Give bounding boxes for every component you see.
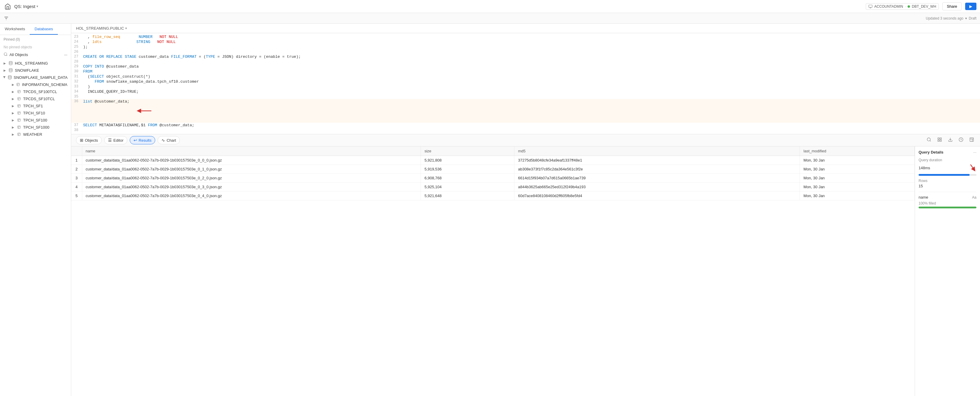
row-num-cell: 4 <box>71 182 82 192</box>
schema-icon <box>17 96 21 101</box>
col-header-name[interactable]: name <box>82 146 421 156</box>
col-header-md5[interactable]: md5 <box>514 146 800 156</box>
results-button[interactable]: ↩ Results <box>130 136 155 144</box>
sidebar-item-weather[interactable]: ▶ WEATHER <box>8 131 71 138</box>
query-details-panel: Query Details ··· Query duration 148ms <box>915 146 980 396</box>
svg-rect-26 <box>970 138 974 141</box>
code-line-33: 33 ) <box>71 84 980 89</box>
svg-line-29 <box>970 165 974 169</box>
sidebar-item-hol-streaming[interactable]: ▶ HOL_STREAMING <box>0 60 71 67</box>
filter-icon[interactable] <box>3 16 9 21</box>
updated-dropdown-icon[interactable]: ▾ <box>965 16 967 21</box>
code-line-24: 24 , ldts STRING NOT NULL <box>71 40 980 44</box>
cell-name: customer_data/data_01aa0062-0502-7a7b-00… <box>82 192 421 200</box>
search-toolbar-icon[interactable] <box>925 136 932 144</box>
sidebar-item-tpch-sf10[interactable]: ▶ TPCH_SF10 <box>8 109 71 117</box>
clock-toolbar-icon[interactable] <box>958 136 964 144</box>
second-bar: Updated 3 seconds ago ▾ Draft <box>0 13 980 24</box>
svg-point-4 <box>4 53 7 55</box>
query-details-header: Query Details ··· <box>919 150 977 154</box>
code-line-25: 25 ); <box>71 44 980 49</box>
top-bar-left: QS: Ingest ▾ <box>3 2 38 11</box>
sidebar-item-information-schema[interactable]: ▶ INFORMATION_SCHEMA <box>8 81 71 88</box>
result-toolbar-right <box>925 136 975 144</box>
cell-size: 5,921,808 <box>421 156 514 165</box>
expand-arrow-icon: ▶ <box>12 126 15 128</box>
svg-rect-14 <box>18 119 21 122</box>
code-line-31: 31 (SELECT object_construct(*) <box>71 74 980 79</box>
code-line-23: 23 , file_row_seq NUMBER NOT NULL <box>71 34 980 40</box>
rows-value: 15 <box>919 184 977 188</box>
svg-line-19 <box>930 141 931 141</box>
run-button[interactable]: ▶ <box>965 3 977 10</box>
expand-arrow-icon: ▶ <box>12 119 15 122</box>
row-num-cell: 3 <box>71 174 82 182</box>
field-name: name <box>919 195 928 200</box>
schema-icon <box>17 89 21 94</box>
download-toolbar-icon[interactable] <box>947 136 954 144</box>
top-bar-right: ACCOUNTADMIN · DBT_DEV_WH Share ▶ <box>866 2 977 10</box>
field-name-row: name Aa <box>919 195 977 200</box>
cell-md5: ab308e373f1f7c85c2da364e561c3f2e <box>514 165 800 174</box>
account-badge[interactable]: ACCOUNTADMIN · DBT_DEV_WH <box>866 3 939 10</box>
database-icon <box>8 68 13 73</box>
cell-last-modified: Mon, 30 Jan <box>800 174 915 182</box>
editor-button[interactable]: ☰ Editor <box>104 136 127 144</box>
table-row: 1 customer_data/data_01aa0062-0502-7a7b-… <box>71 156 915 165</box>
schema-icon <box>17 103 21 108</box>
layout-toolbar-icon[interactable] <box>968 136 975 144</box>
row-num-cell: 1 <box>71 156 82 165</box>
sidebar-item-tpch-sf100[interactable]: ▶ TPCH_SF100 <box>8 117 71 124</box>
chart-icon: ∿ <box>161 138 165 143</box>
cell-name: customer_data/data_01aa0062-0502-7a7b-00… <box>82 182 421 192</box>
svg-rect-22 <box>940 140 942 141</box>
more-options-icon[interactable]: ··· <box>64 52 67 57</box>
svg-rect-0 <box>869 5 872 7</box>
cell-md5: 60d7ace8408108460d2ff605fb8e5fd4 <box>514 192 800 200</box>
results-table-area[interactable]: name size md5 last_modified 1 customer_d… <box>71 146 915 396</box>
table-row: 4 customer_data/data_01aa0062-0502-7a7b-… <box>71 182 915 192</box>
share-button[interactable]: Share <box>942 2 962 10</box>
objects-button[interactable]: ⊞ Objects <box>76 136 102 144</box>
home-icon[interactable] <box>3 2 12 11</box>
sample-data-children: ▶ INFORMATION_SCHEMA ▶ TPC <box>0 81 71 138</box>
breadcrumb[interactable]: HOL_STREAMING.PUBLIC ▾ <box>71 24 980 33</box>
query-details-more-icon[interactable]: ··· <box>973 150 977 154</box>
field-fill-label: 100% filled <box>919 201 977 205</box>
svg-rect-9 <box>17 83 19 86</box>
cell-name: customer_data/data_01aa0062-0502-7a7b-00… <box>82 156 421 165</box>
sidebar-item-tpch-sf1[interactable]: ▶ TPCH_SF1 <box>8 102 71 109</box>
cell-last-modified: Mon, 30 Jan <box>800 192 915 200</box>
red-arrow-down-icon <box>967 163 977 172</box>
sidebar-tabs: Worksheets Databases <box>0 24 71 35</box>
sidebar-item-tpcds-sf10tcl[interactable]: ▶ TPCDS_SF10TCL <box>8 95 71 102</box>
tab-worksheets[interactable]: Worksheets <box>0 24 30 35</box>
row-num-cell: 2 <box>71 165 82 174</box>
all-objects-row[interactable]: All Objects ··· <box>0 51 71 59</box>
sidebar-item-snowflake[interactable]: ▶ SNOWFLAKE <box>0 67 71 74</box>
table-row: 3 customer_data/data_01aa0062-0502-7a7b-… <box>71 174 915 182</box>
code-line-32: 32 FROM snowflake_sample_data.tpch_sf10.… <box>71 79 980 84</box>
svg-line-5 <box>6 55 8 56</box>
svg-rect-13 <box>18 112 21 114</box>
query-details-title: Query Details <box>919 150 943 154</box>
tab-databases[interactable]: Databases <box>30 24 57 35</box>
code-line-34: 34 INCLUDE_QUERY_ID=TRUE; <box>71 89 980 94</box>
sidebar-item-tpcds-sf100tcl[interactable]: ▶ TPCDS_SF100TCL <box>8 88 71 95</box>
sidebar-item-snowflake-sample-data[interactable]: ▶ SNOWFLAKE_SAMPLE_DATA <box>0 74 71 81</box>
code-editor[interactable]: 23 , file_row_seq NUMBER NOT NULL 24 , l… <box>71 33 980 134</box>
col-header-size[interactable]: size <box>421 146 514 156</box>
chart-button[interactable]: ∿ Chart <box>158 136 180 144</box>
warehouse-status-dot <box>908 5 910 8</box>
cell-md5: 6614d15f934b07a7d615a0665b1ae739 <box>514 174 800 182</box>
app-title[interactable]: QS: Ingest ▾ <box>14 4 38 9</box>
grid-toolbar-icon[interactable] <box>936 136 943 144</box>
code-line-35: 35 <box>71 94 980 99</box>
code-line-27: 27 CREATE OR REPLACE STAGE customer_data… <box>71 54 980 59</box>
col-header-last-modified[interactable]: last_modified <box>800 146 915 156</box>
draft-badge: Draft <box>969 16 977 21</box>
sidebar-item-tpch-sf1000[interactable]: ▶ TPCH_SF1000 <box>8 124 71 131</box>
code-line-26: 26 <box>71 49 980 54</box>
svg-rect-15 <box>18 126 21 128</box>
code-line-30: 30 FROM <box>71 69 980 74</box>
